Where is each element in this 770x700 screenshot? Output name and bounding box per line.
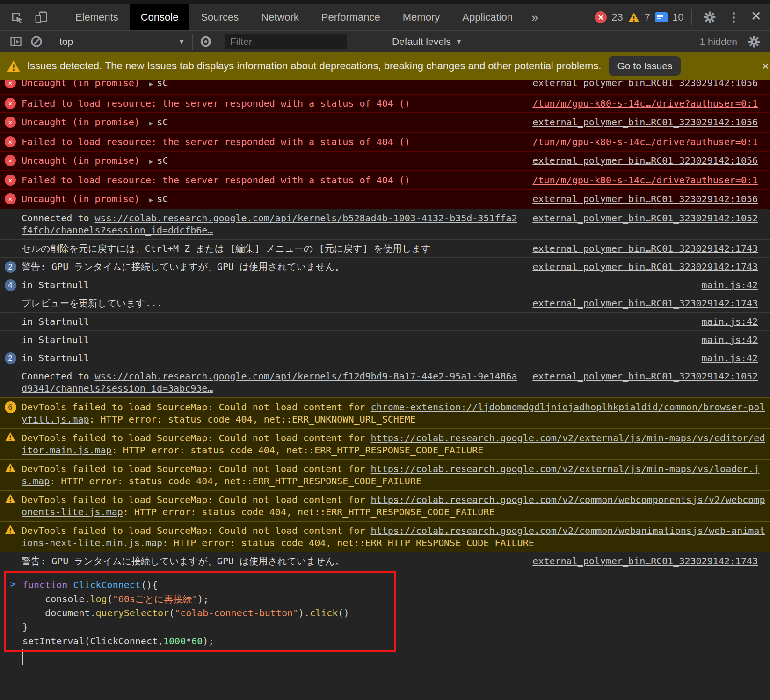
console-prompt-area[interactable]: > function ClickConnect(){ console.log("… [0,570,770,692]
eye-icon[interactable] [196,32,216,51]
infobar-close-icon[interactable]: × [762,59,769,73]
code-token: ( [169,607,174,619]
warning-count: 7 [645,11,650,23]
console-row: セルの削除を元に戻すには、Ctrl+M Z または [編集] メニューの [元に… [0,239,770,257]
source-link[interactable]: external_polymer_bin…RC01_323029142:1743 [532,261,758,272]
clear-console-icon[interactable] [26,32,47,51]
message-text: Uncaught (in promise) ▶sC [16,80,524,90]
settings-gear-icon[interactable] [699,7,720,27]
source-link[interactable]: external_polymer_bin…RC01_323029142:1056 [532,193,758,204]
tab-application[interactable]: Application [451,4,524,30]
source-location: main.js:42 [693,352,770,364]
source-link[interactable]: /tun/m/gpu-k80-s-14c…/drive?authuser=0:1 [532,175,758,186]
close-devtools-icon[interactable]: ✕ [748,10,766,25]
console-settings-gear-icon[interactable] [744,32,764,51]
log-levels-dropdown[interactable]: Default levels ▼ [392,36,462,47]
source-link[interactable]: external_polymer_bin…RC01_323029142:1743 [532,298,758,309]
console-row: in Startnullmain.js:42 [0,312,770,330]
tab-console[interactable]: Console [130,4,190,30]
error-icon: ✕ [5,175,16,186]
message-text: DevTools failed to load SourceMap: Could… [16,525,770,549]
console-row: ✕Uncaught (in promise) ▶sCexternal_polym… [0,189,770,209]
code-token: log [90,593,107,605]
source-location: external_polymer_bin…RC01_323029142:1056 [524,116,770,128]
message-fragment: : HTTP error: status code 404, net::ERR_… [162,537,534,548]
message-fragment: : HTTP error: status code 404, net::ERR_… [89,414,416,425]
error-icon: ✕ [5,155,16,166]
inspect-element-icon[interactable] [7,7,27,27]
tab-sources[interactable]: Sources [189,4,250,30]
code-token: * [186,635,191,647]
message-link[interactable]: wss://colab.research.google.com/api/kern… [22,212,517,236]
source-link[interactable]: external_polymer_bin…RC01_323029142:1056 [532,117,758,128]
row-gutter: 6 [0,401,16,413]
more-tabs-chevron-icon[interactable]: » [524,4,545,30]
device-toolbar-icon[interactable] [31,7,51,27]
kebab-menu-icon[interactable] [725,12,743,23]
object-preview[interactable]: sC [157,155,168,166]
code-line: } [22,620,770,634]
message-fragment: DevTools failed to load SourceMap: Could… [22,494,371,505]
source-link[interactable]: main.js:42 [702,352,758,364]
tab-performance[interactable]: Performance [310,4,392,30]
message-count: 10 [672,11,683,23]
message-text: 警告: GPU ランタイムに接続していますが、GPU は使用されていません。 [16,555,524,567]
console-sidebar-icon[interactable] [6,32,26,51]
code-token: ). [298,607,310,619]
message-text: Connected to wss://colab.research.google… [16,370,524,394]
code-token: setInterval(ClickConnect, [22,635,163,647]
expand-triangle-icon[interactable]: ▶ [149,80,153,88]
row-gutter: 2 [0,352,16,364]
message-fragment: Failed to load resource: the server resp… [22,175,410,186]
console-row: ✕Uncaught (in promise) ▶sCexternal_polym… [0,112,770,132]
source-link[interactable]: main.js:42 [702,279,758,291]
expand-triangle-icon[interactable]: ▶ [149,196,153,204]
source-link[interactable]: external_polymer_bin…RC01_323029142:1052 [532,212,758,224]
error-badge-icon[interactable]: ✕ [595,11,607,23]
source-link[interactable]: /tun/m/gpu-k80-s-14c…/drive?authuser=0:1 [532,98,758,109]
message-text: Failed to load resource: the server resp… [16,97,524,109]
message-text: DevTools failed to load SourceMap: Could… [16,494,770,518]
source-link[interactable]: external_polymer_bin…RC01_323029142:1056 [532,155,758,166]
context-selector[interactable]: top ▼ [53,34,189,49]
source-link[interactable]: /tun/m/gpu-k80-s-14c…/drive?authuser=0:1 [532,136,758,147]
tab-memory[interactable]: Memory [392,4,451,30]
code-token: ( [107,593,113,605]
message-text: DevTools failed to load SourceMap: Could… [16,463,770,487]
row-gutter: ✕ [0,97,16,109]
console-input-code[interactable]: function ClickConnect(){ console.log("60… [0,578,770,648]
message-link[interactable]: wss://colab.research.google.com/api/kern… [22,371,517,394]
message-fragment: Failed to load resource: the server resp… [22,98,410,109]
go-to-issues-button[interactable]: Go to Issues [609,56,681,76]
tab-elements[interactable]: Elements [64,4,130,30]
row-gutter: ✕ [0,80,16,88]
filter-input[interactable] [225,34,347,49]
issues-warning-icon [7,60,21,73]
object-preview[interactable]: sC [157,193,168,204]
messages-badge-icon[interactable] [655,12,668,22]
row-gutter: ✕ [0,154,16,166]
expand-triangle-icon[interactable]: ▶ [149,158,153,165]
console-row: Connected to wss://colab.research.google… [0,367,770,397]
message-fragment: セルの削除を元に戻すには、Ctrl+M Z または [編集] メニューの [元に… [22,243,431,254]
source-location: external_polymer_bin…RC01_323029142:1052 [524,370,770,382]
object-preview[interactable]: sC [157,80,168,88]
message-text: セルの削除を元に戻すには、Ctrl+M Z または [編集] メニューの [元に… [16,242,524,255]
source-link[interactable]: external_polymer_bin…RC01_323029142:1743 [532,555,758,567]
message-fragment: Uncaught (in promise) [22,193,145,204]
expand-triangle-icon[interactable]: ▶ [149,119,153,127]
code-token: (){ [141,579,158,591]
source-link[interactable]: external_polymer_bin…RC01_323029142:1052 [532,371,758,382]
separator [690,34,690,50]
source-link[interactable]: external_polymer_bin…RC01_323029142:1056 [532,80,758,88]
source-link[interactable]: external_polymer_bin…RC01_323029142:1743 [532,243,758,254]
prompt-chevron-icon: > [10,579,15,589]
object-preview[interactable]: sC [157,117,168,128]
source-link[interactable]: main.js:42 [702,334,758,345]
tab-network[interactable]: Network [250,4,310,30]
message-fragment: in Startnull [22,352,89,364]
source-link[interactable]: main.js:42 [702,316,758,327]
error-icon: ✕ [5,80,16,88]
warning-badge-icon[interactable] [628,12,640,23]
code-token: document. [22,607,96,619]
